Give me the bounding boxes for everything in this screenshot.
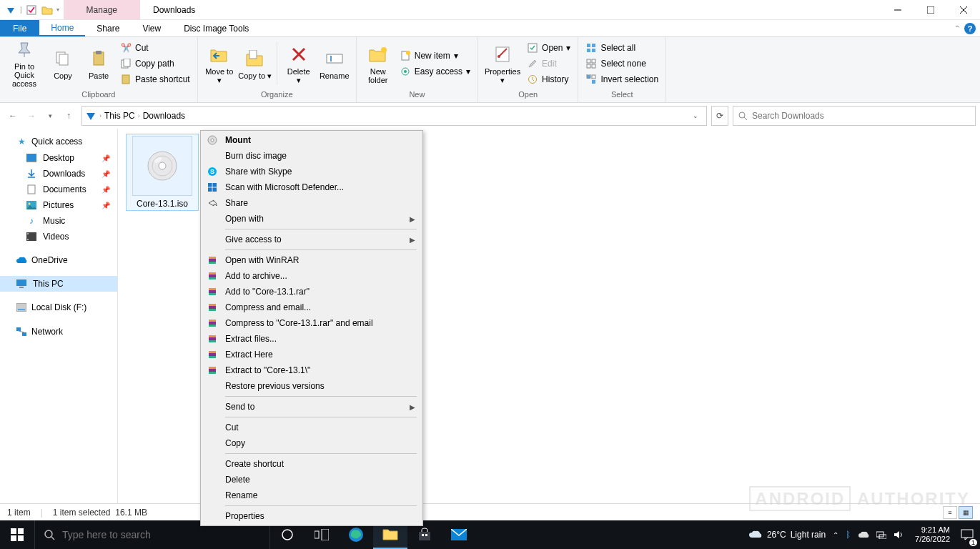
copy-path-button[interactable]: Copy path [117, 56, 193, 71]
pin-to-quick-access-button[interactable]: Pin to Quick access [4, 39, 44, 88]
refresh-button[interactable]: ⟳ [712, 107, 728, 125]
ctx-restore[interactable]: Restore previous versions [202, 378, 421, 394]
ctx-defender[interactable]: Scan with Microsoft Defender... [202, 179, 421, 195]
sidebar-onedrive[interactable]: OneDrive [0, 252, 117, 269]
checkbox-icon[interactable] [25, 4, 38, 16]
onedrive-tray-icon[interactable] [858, 531, 869, 539]
copy-button[interactable]: Copy [46, 39, 80, 88]
edit-button[interactable]: Edit [524, 56, 573, 71]
ctx-winrar-open[interactable]: Open with WinRAR [202, 252, 421, 268]
easy-access-button[interactable]: Easy access ▾ [397, 64, 473, 79]
weather-widget[interactable]: 26°C Light rain [748, 530, 826, 540]
network-tray-icon[interactable] [876, 530, 886, 539]
open-button[interactable]: Open ▾ [524, 40, 573, 56]
ctx-cut[interactable]: Cut [202, 420, 421, 435]
ribbon-collapse-icon[interactable]: ⌃ [954, 24, 960, 32]
search-box[interactable] [733, 106, 976, 126]
move-to-button[interactable]: Move to ▾ [202, 39, 237, 88]
forward-button[interactable]: → [23, 107, 40, 124]
volume-icon[interactable] [894, 530, 904, 540]
copy-to-button[interactable]: Copy to ▾ [238, 39, 272, 88]
select-all-button[interactable]: Select all [583, 40, 661, 56]
sidebar-item-videos[interactable]: Videos [0, 229, 117, 244]
ctx-add-archive[interactable]: Add to archive... [202, 268, 421, 284]
new-item-icon [400, 50, 411, 61]
ctx-burn[interactable]: Burn disc image [202, 148, 421, 164]
disc-image-tools-tab[interactable]: Disc Image Tools [172, 20, 260, 36]
ctx-delete[interactable]: Delete [202, 472, 421, 488]
sidebar-local-disk[interactable]: Local Disk (F:) [0, 299, 117, 316]
location-icon [85, 110, 96, 122]
paste-button[interactable]: Paste [81, 39, 116, 88]
ctx-add-rar[interactable]: Add to "Core-13.1.rar" [202, 284, 421, 300]
tray-overflow-icon[interactable]: ⌃ [833, 531, 838, 539]
history-button[interactable]: History [524, 71, 573, 87]
taskbar-search-input[interactable] [62, 529, 261, 540]
paste-shortcut-button[interactable]: Paste shortcut [117, 71, 193, 87]
folder-icon[interactable] [41, 4, 54, 16]
ctx-skype[interactable]: SShare with Skype [202, 164, 421, 179]
back-button[interactable]: ← [4, 107, 21, 124]
share-tab[interactable]: Share [85, 20, 131, 36]
view-tab[interactable]: View [131, 20, 172, 36]
close-button[interactable] [947, 0, 980, 19]
ctx-extract-to[interactable]: Extract to "Core-13.1\" [202, 362, 421, 378]
home-tab[interactable]: Home [39, 20, 85, 36]
sidebar-network[interactable]: Network [0, 323, 117, 340]
help-icon[interactable]: ? [964, 23, 976, 34]
ctx-compress-rar-email[interactable]: Compress to "Core-13.1.rar" and email [202, 315, 421, 331]
properties-button[interactable]: Properties▾ [482, 39, 523, 88]
new-item-button[interactable]: New item ▾ [397, 48, 473, 64]
bluetooth-icon[interactable]: ᛒ [846, 530, 851, 540]
taskbar-clock[interactable]: 9:21 AM 7/26/2022 [911, 525, 954, 543]
address-dropdown-icon[interactable]: ⌄ [688, 107, 703, 125]
up-button[interactable]: ↑ [60, 107, 77, 124]
ctx-open-with[interactable]: Open with▶ [202, 211, 421, 227]
file-tab[interactable]: File [0, 20, 39, 36]
file-item-iso[interactable]: Core-13.1.iso [127, 134, 198, 210]
sidebar-item-documents[interactable]: Documents📌 [0, 182, 117, 197]
minimize-button[interactable] [881, 0, 914, 19]
file-name: Core-13.1.iso [137, 199, 188, 209]
qat-dropdown-icon[interactable]: ▾ [56, 6, 59, 13]
svg-point-38 [739, 112, 745, 118]
cut-button[interactable]: ✂️Cut [117, 40, 193, 56]
sidebar-quick-access[interactable]: ★Quick access [0, 133, 117, 150]
delete-button[interactable]: Delete▾ [282, 39, 316, 88]
ctx-extract-here[interactable]: Extract Here [202, 347, 421, 362]
chevron-right-icon[interactable]: › [138, 112, 140, 119]
new-folder-button[interactable]: New folder [361, 39, 395, 88]
pin-icon: 📌 [102, 154, 110, 162]
sidebar-item-desktop[interactable]: Desktop📌 [0, 150, 117, 166]
search-input[interactable] [752, 111, 971, 121]
ctx-send-to[interactable]: Send to▶ [202, 399, 421, 415]
ctx-compress-email[interactable]: Compress and email... [202, 300, 421, 315]
sidebar-item-downloads[interactable]: Downloads📌 [0, 166, 117, 182]
breadcrumb-this-pc[interactable]: This PC [104, 111, 135, 121]
chevron-right-icon[interactable]: › [99, 112, 102, 119]
recent-dropdown[interactable]: ▾ [41, 107, 59, 124]
manage-contextual-tab[interactable]: Manage [64, 0, 140, 19]
sidebar-item-music[interactable]: ♪Music [0, 213, 117, 229]
rename-button[interactable]: Rename [317, 39, 352, 88]
address-bar[interactable]: › This PC › Downloads ⌄ [81, 106, 707, 126]
ctx-properties[interactable]: Properties [202, 508, 421, 524]
notifications-button[interactable]: 1 [954, 520, 980, 549]
ctx-extract-files[interactable]: Extract files... [202, 331, 421, 347]
ctx-share[interactable]: Share [202, 195, 421, 211]
sidebar-item-pictures[interactable]: Pictures📌 [0, 197, 117, 213]
start-button[interactable] [0, 520, 34, 549]
maximize-button[interactable] [914, 0, 947, 19]
mail-button[interactable] [442, 520, 476, 549]
ctx-mount[interactable]: Mount [202, 132, 421, 148]
ctx-rename[interactable]: Rename [202, 488, 421, 503]
sidebar-this-pc[interactable]: This PC [0, 276, 117, 292]
search-icon [44, 529, 55, 540]
invert-selection-button[interactable]: Invert selection [583, 71, 661, 87]
ctx-give-access[interactable]: Give access to▶ [202, 232, 421, 247]
select-none-button[interactable]: Select none [583, 56, 661, 71]
down-arrow-icon[interactable] [4, 4, 17, 16]
ctx-copy[interactable]: Copy [202, 435, 421, 451]
breadcrumb-downloads[interactable]: Downloads [143, 111, 185, 121]
ctx-create-shortcut[interactable]: Create shortcut [202, 456, 421, 472]
